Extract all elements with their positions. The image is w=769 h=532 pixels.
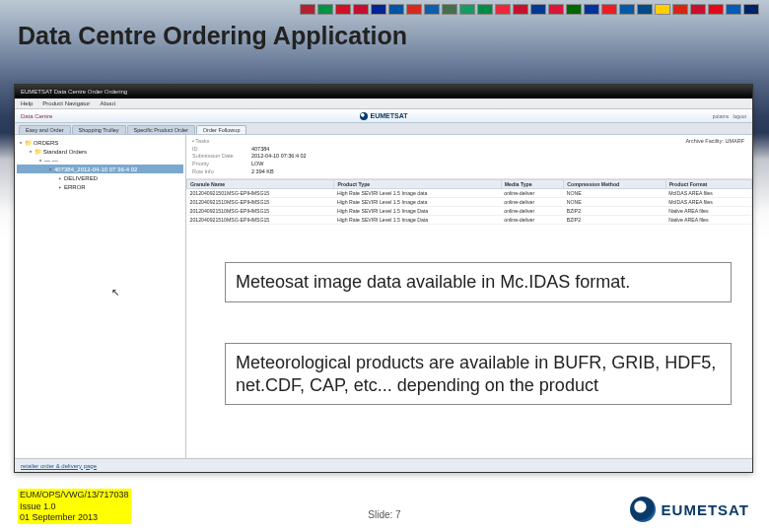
menu-about[interactable]: About <box>100 100 115 106</box>
window-title: EUMETSAT Data Centre Order Ordering <box>21 89 127 95</box>
table-header[interactable]: Product Format <box>665 180 751 189</box>
table-header[interactable]: Compression Method <box>564 180 665 189</box>
table-row[interactable]: 2012040921510MSG-EPIHMSG15High Rate SEVI… <box>187 198 752 207</box>
flag-icon <box>708 4 724 15</box>
table-header[interactable]: Media Type <box>501 180 563 189</box>
tree-error[interactable]: ▸ERROR <box>17 182 183 191</box>
submission-date: 2012-04-10 07:36:4 02 <box>251 153 307 159</box>
flag-icon <box>424 4 440 15</box>
caption-2: Meteorological products are available in… <box>225 343 732 405</box>
flag-strip <box>300 4 759 15</box>
priority: LOW <box>251 161 264 166</box>
eumetsat-logo: EUMETSAT <box>630 497 749 522</box>
logout-link[interactable]: logout <box>733 113 746 119</box>
brand-left-label: Data Centre <box>21 113 52 119</box>
brand-bar: Data Centre EUMETSAT potams logout <box>15 109 752 123</box>
tab-order-followup[interactable]: Order Followup <box>196 125 247 134</box>
flag-icon <box>495 4 511 15</box>
flag-icon <box>584 4 599 15</box>
flag-icon <box>672 4 688 15</box>
eumetsat-logo-icon <box>630 497 656 522</box>
flag-icon <box>388 4 404 15</box>
flag-icon <box>548 4 564 15</box>
flag-icon <box>601 4 617 15</box>
row-info: 2 394 KB <box>251 168 274 174</box>
retailer-link[interactable]: retailer order & delivery page <box>21 463 97 469</box>
tab-easy-order[interactable]: Easy and Order <box>19 125 71 134</box>
order-id: 407384 <box>251 146 269 152</box>
table-row[interactable]: 2012040921510MSG-EPIHMSG15High Rate SEVI… <box>187 216 752 225</box>
menu-help[interactable]: Help <box>21 100 33 106</box>
status-bar: retailer order & delivery page <box>15 458 752 472</box>
flag-icon <box>726 4 741 15</box>
flag-icon <box>406 4 422 15</box>
tree-standard-orders[interactable]: ▾📁 Standard Orders <box>17 147 183 156</box>
table-row[interactable]: 2012040921510MSG-EPIHMSG15High Rate SEVI… <box>187 207 752 216</box>
tree-delivered[interactable]: ▸DELIVERED <box>17 173 183 182</box>
table-header[interactable]: Product Type <box>334 180 501 189</box>
tree-item[interactable]: ▾— — <box>17 156 183 165</box>
brand-logo: EUMETSAT <box>360 112 408 120</box>
menubar: Help Product Navigator About <box>15 99 752 109</box>
tab-bar: Easy and Order Shopping Trolley Specific… <box>15 123 752 135</box>
tab-specific-product[interactable]: Specific Product Order <box>127 125 195 134</box>
archive-facility: Archive Facility: UMARF <box>685 138 744 144</box>
table-header[interactable]: Granule Name <box>187 180 334 189</box>
flag-icon <box>655 4 670 15</box>
flag-icon <box>743 4 759 15</box>
tree-root[interactable]: ▾📁 ORDERS <box>17 138 183 147</box>
page-title: Data Centre Ordering Application <box>18 22 407 50</box>
flag-icon <box>530 4 546 15</box>
footer-slide-number: Slide: 7 <box>368 509 400 520</box>
order-tree[interactable]: ▾📁 ORDERS ▾📁 Standard Orders ▾— — ▾40738… <box>15 135 186 458</box>
detail-header: • Tasks ID407384 Submission Date2012-04-… <box>186 135 752 179</box>
flag-icon <box>566 4 582 15</box>
flag-icon <box>353 4 369 15</box>
tree-selected-order[interactable]: ▾407384_2012-04-10 07 36-4 02 <box>17 165 183 173</box>
caption-1: Meteosat image data available in Mc.IDAS… <box>225 262 732 302</box>
flag-icon <box>371 4 386 15</box>
flag-icon <box>513 4 528 15</box>
flag-icon <box>477 4 493 15</box>
user-info: potams logout <box>713 113 746 119</box>
granule-table: Granule NameProduct TypeMedia TypeCompre… <box>186 179 752 225</box>
table-row[interactable]: 2012040921501MSG-EPIHMSG15High Rate SEVI… <box>187 189 752 198</box>
flag-icon <box>335 4 351 15</box>
footer-left: EUM/OPS/VWG/13/717038 Issue 1.0 01 Septe… <box>18 489 131 524</box>
flag-icon <box>690 4 706 15</box>
eumetsat-logo-text: EUMETSAT <box>662 501 749 518</box>
menu-product-navigator[interactable]: Product Navigator <box>42 100 90 106</box>
eumetsat-icon <box>360 112 368 120</box>
cursor-icon: ↖ <box>111 287 119 298</box>
flag-icon <box>619 4 635 15</box>
tab-shopping-trolley[interactable]: Shopping Trolley <box>72 125 126 134</box>
flag-icon <box>459 4 475 15</box>
window-titlebar: EUMETSAT Data Centre Order Ordering <box>15 85 752 99</box>
flag-icon <box>317 4 333 15</box>
flag-icon <box>637 4 653 15</box>
flag-icon <box>442 4 457 15</box>
flag-icon <box>300 4 315 15</box>
